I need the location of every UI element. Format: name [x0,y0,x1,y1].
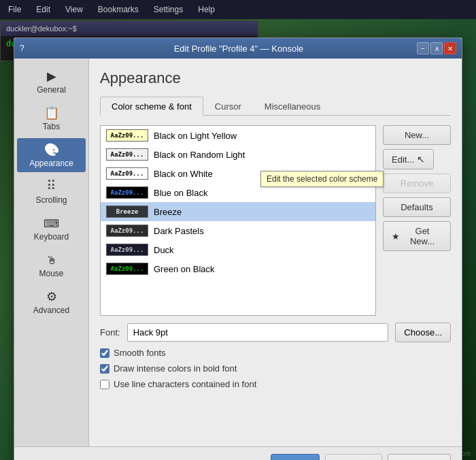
checkbox-line-chars-row: Use line characters contained in font [100,379,451,389]
choose-font-button[interactable]: Choose... [395,323,451,342]
scheme-item-duck[interactable]: AaZz09... Duck [101,240,375,259]
appearance-icon [44,142,59,156]
scheme-preview-4: Breeze [106,206,148,218]
tabs-bar: Color scheme & font Cursor Miscellaneous [100,97,451,116]
taskbar-menu: File Edit View Bookmarks Settings Help [5,3,218,16]
scheme-preview-1: AaZz09... [106,148,148,161]
menu-settings[interactable]: Settings [151,3,186,16]
maximize-button[interactable]: ∧ [430,42,443,54]
tab-miscellaneous[interactable]: Miscellaneous [253,97,332,116]
cancel-button[interactable]: ⊘ Cancel [388,454,451,460]
scheme-name-2: Black on White [154,169,213,179]
sidebar: General Tabs Appearance ⠿ Scrolling Keyb… [14,59,89,446]
menu-file[interactable]: File [5,3,24,16]
defaults-button[interactable]: Defaults [383,197,451,217]
edit-tooltip: Edit the selected color scheme [260,171,384,187]
scheme-name-7: Green on Black [154,264,215,274]
advanced-icon [46,289,57,303]
scheme-name-5: Dark Pastels [154,226,204,236]
smooth-fonts-checkbox[interactable] [100,348,109,358]
sidebar-item-advanced[interactable]: Advanced [17,285,86,319]
sidebar-item-tabs[interactable]: Tabs [17,101,86,135]
terminal-title: duckler@dekubox:~$ [1,21,258,36]
menu-edit[interactable]: Edit [33,3,53,16]
taskbar: File Edit View Bookmarks Settings Help [0,0,476,19]
minimize-button[interactable]: − [417,42,429,54]
ok-button[interactable]: ✔ OK [271,454,319,460]
sidebar-item-general[interactable]: General [17,65,86,99]
sidebar-item-appearance[interactable]: Appearance [17,138,86,172]
tab-cursor[interactable]: Cursor [203,97,253,116]
scheme-item-black-light-yellow[interactable]: AaZz09... Black on Light Yellow [101,126,375,145]
scheme-name-0: Black on Light Yellow [154,131,237,141]
sidebar-label-scrolling: Scrolling [35,195,67,205]
mouse-icon [46,252,57,266]
font-label: Font: [100,327,120,338]
schemes-container: AaZz09... Black on Light Yellow AaZz09..… [100,125,451,316]
checkbox-smooth-fonts-row: Smooth fonts [100,348,451,358]
scheme-name-4: Breeze [154,207,182,217]
menu-bookmarks[interactable]: Bookmarks [95,3,141,16]
sidebar-item-mouse[interactable]: Mouse [17,248,86,282]
scheme-preview-6: AaZz09... [106,244,148,256]
scheme-item-breeze[interactable]: Breeze Breeze [101,202,375,221]
cursor-pointer-icon: ↖ [417,154,425,165]
sidebar-label-keyboard: Keyboard [34,232,69,242]
scheme-item-dark-pastels[interactable]: AaZz09... Dark Pastels [101,221,375,240]
schemes-buttons: New... Edit... ↖ Edit the selected color… [383,125,451,316]
terminal-title-text: duckler@dekubox:~$ [6,24,77,33]
sidebar-item-keyboard[interactable]: Keyboard [17,212,86,246]
bold-font-checkbox[interactable] [100,364,109,374]
scheme-preview-0: AaZz09... [106,129,148,142]
sidebar-label-tabs: Tabs [43,122,60,131]
scheme-name-1: Black on Random Light [154,150,245,160]
page-title: Appearance [100,69,451,87]
sidebar-item-scrolling[interactable]: ⠿ Scrolling [17,175,86,209]
line-chars-label: Use line characters contained in font [114,379,256,389]
tab-color-scheme-font[interactable]: Color scheme & font [100,97,203,116]
checkbox-bold-font-row: Draw intense colors in bold font [100,363,451,374]
main-panel: Appearance Color scheme & font Cursor Mi… [89,59,462,446]
get-new-button[interactable]: ★ Get New... [383,221,451,251]
apply-button[interactable]: ✔ Apply [325,454,382,460]
scrolling-icon: ⠿ [46,179,56,193]
general-icon [47,69,56,82]
remove-scheme-button[interactable]: Remove [383,174,451,193]
menu-help[interactable]: Help [195,3,218,16]
font-display: Hack 9pt [127,323,389,342]
schemes-list[interactable]: AaZz09... Black on Light Yellow AaZz09..… [100,125,376,316]
main-dialog: ? Edit Profile "Profile 4" — Konsole − ∧… [14,37,462,460]
scheme-preview-3: AaZz09... [106,186,148,199]
font-row: Font: Hack 9pt Choose... [100,323,451,342]
scheme-name-3: Blue on Black [154,188,208,198]
sidebar-label-appearance: Appearance [29,159,73,168]
new-scheme-button[interactable]: New... [383,125,451,145]
scheme-item-black-random-light[interactable]: AaZz09... Black on Random Light [101,145,375,164]
smooth-fonts-label: Smooth fonts [114,348,166,358]
close-button[interactable]: ✕ [444,42,456,54]
dialog-title: Edit Profile "Profile 4" — Konsole [61,44,417,54]
edit-button-container: Edit... ↖ Edit the selected color scheme [383,149,451,169]
edit-scheme-button[interactable]: Edit... ↖ [383,149,434,169]
scheme-preview-5: AaZz09... [106,225,148,237]
dialog-footer: ✔ OK ✔ Apply ⊘ Cancel [14,446,462,460]
sidebar-label-advanced: Advanced [33,306,69,315]
help-icon[interactable]: ? [20,44,24,53]
keyboard-icon [44,216,59,229]
title-controls: − ∧ ✕ [417,42,456,54]
dialog-content: General Tabs Appearance ⠿ Scrolling Keyb… [14,59,462,446]
scheme-preview-7: AaZz09... [106,263,148,275]
bold-font-label: Draw intense colors in bold font [114,363,237,374]
tabs-icon [44,105,59,119]
scheme-name-6: Duck [154,245,174,255]
menu-view[interactable]: View [63,3,86,16]
dialog-titlebar: ? Edit Profile "Profile 4" — Konsole − ∧… [14,38,462,59]
scheme-preview-2: AaZz09... [106,167,148,180]
sidebar-label-general: General [37,85,66,95]
line-chars-checkbox[interactable] [100,380,109,389]
star-icon: ★ [392,231,400,242]
sidebar-label-mouse: Mouse [39,269,63,278]
scheme-item-green-black[interactable]: AaZz09... Green on Black [101,259,375,278]
